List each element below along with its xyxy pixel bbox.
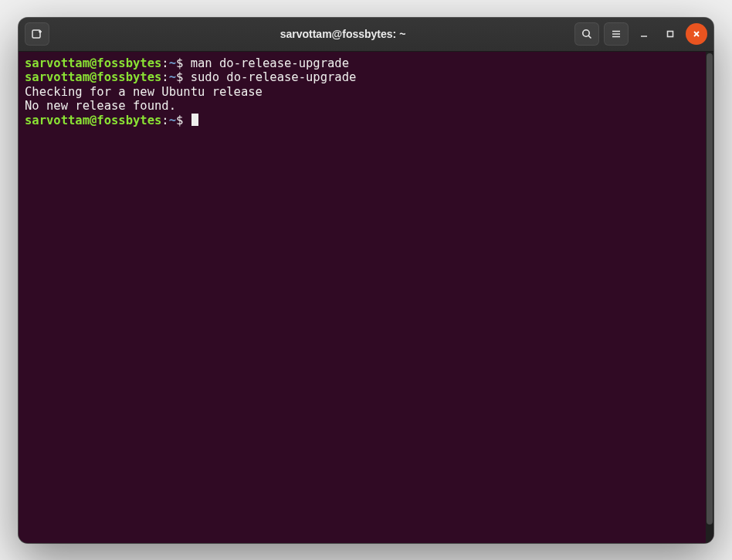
prompt-user-host: sarvottam@fossbytes [25, 114, 161, 127]
terminal-line: sarvottam@fossbytes:~$ man do-release-up… [25, 56, 700, 71]
terminal-line: sarvottam@fossbytes:~$ sudo do-release-u… [25, 70, 700, 85]
new-tab-icon [31, 28, 43, 40]
prompt-symbol: $ [176, 114, 191, 127]
search-button[interactable] [574, 22, 599, 46]
terminal-line: Checking for a new Ubuntu release [25, 85, 700, 100]
menu-icon [610, 28, 622, 40]
svg-line-4 [588, 36, 591, 38]
close-button[interactable] [686, 23, 707, 45]
prompt-path: ~ [169, 114, 176, 127]
scrollbar-thumb[interactable] [707, 53, 713, 525]
output-text: Checking for a new Ubuntu release [25, 85, 263, 99]
close-icon [692, 29, 701, 39]
svg-rect-9 [668, 32, 673, 37]
svg-point-3 [583, 30, 589, 36]
search-icon [581, 28, 593, 40]
menu-button[interactable] [604, 22, 629, 46]
new-tab-button[interactable] [25, 22, 49, 46]
prompt-separator: : [161, 56, 168, 70]
maximize-button[interactable] [659, 23, 681, 45]
prompt-path: ~ [169, 70, 176, 84]
prompt-symbol: $ [176, 70, 191, 84]
prompt-user-host: sarvottam@fossbytes [25, 56, 161, 70]
terminal-line: sarvottam@fossbytes:~$ [25, 114, 700, 128]
prompt-user-host: sarvottam@fossbytes [25, 70, 161, 84]
maximize-icon [666, 29, 675, 39]
output-text: No new release found. [25, 99, 176, 113]
command-text: man do-release-upgrade [191, 56, 349, 70]
terminal-window: sarvottam@fossbytes: ~ [19, 18, 713, 543]
minimize-icon [639, 29, 649, 39]
command-text: sudo do-release-upgrade [191, 70, 357, 84]
prompt-path: ~ [169, 56, 176, 70]
terminal-content[interactable]: sarvottam@fossbytes:~$ man do-release-up… [19, 52, 706, 543]
prompt-separator: : [161, 70, 168, 84]
prompt-symbol: $ [176, 56, 191, 70]
window-title: sarvottam@fossbytes: ~ [141, 28, 545, 40]
prompt-separator: : [161, 114, 168, 127]
minimize-button[interactable] [633, 23, 655, 45]
titlebar: sarvottam@fossbytes: ~ [19, 18, 713, 52]
scrollbar[interactable] [706, 52, 713, 543]
terminal-line: No new release found. [25, 99, 700, 114]
cursor [191, 114, 198, 126]
terminal-body[interactable]: sarvottam@fossbytes:~$ man do-release-up… [19, 52, 713, 543]
